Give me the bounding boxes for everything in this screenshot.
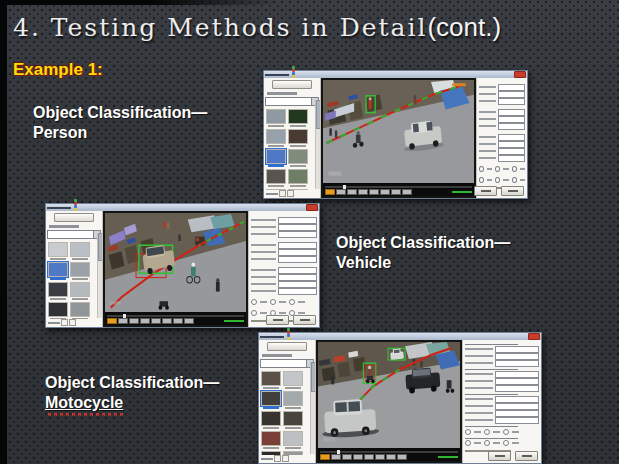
thumbnail-item[interactable]: [48, 302, 68, 319]
field-input[interactable]: [278, 288, 317, 295]
page-prev-button[interactable]: [279, 190, 286, 197]
radio-button[interactable]: [251, 310, 257, 316]
radio-button[interactable]: [484, 429, 490, 435]
close-icon[interactable]: [514, 71, 526, 78]
field-input[interactable]: [498, 141, 525, 148]
thumbnail-item[interactable]: [261, 411, 281, 429]
thumbnail-item[interactable]: [70, 262, 90, 280]
thumbnail-item[interactable]: [261, 371, 281, 389]
thumbnail-item[interactable]: [288, 109, 308, 127]
file-list-dropdown[interactable]: [265, 97, 319, 106]
video-frame[interactable]: [105, 213, 246, 312]
thumbnail-item[interactable]: [283, 431, 303, 449]
playback-button[interactable]: [331, 454, 341, 460]
thumbnail-item[interactable]: [288, 149, 308, 167]
playback-button[interactable]: [364, 454, 374, 460]
playback-button[interactable]: [118, 318, 128, 324]
thumbnail-item[interactable]: [261, 431, 281, 449]
field-input[interactable]: [498, 109, 525, 116]
timeline-slider[interactable]: [325, 186, 472, 188]
timeline-slider[interactable]: [107, 315, 244, 317]
radio-button[interactable]: [465, 429, 471, 435]
field-input[interactable]: [278, 224, 317, 231]
playback-button[interactable]: [184, 318, 194, 324]
field-input[interactable]: [278, 217, 317, 224]
field-input[interactable]: [498, 91, 525, 98]
radio-button[interactable]: [289, 299, 295, 305]
radio-button[interactable]: [251, 299, 257, 305]
field-input[interactable]: [498, 155, 525, 162]
pagination-bar[interactable]: [265, 190, 319, 197]
playback-button[interactable]: [386, 454, 396, 460]
page-prev-button[interactable]: [274, 455, 281, 462]
window-titlebar[interactable]: [259, 333, 541, 340]
thumbnail-item[interactable]: [70, 302, 90, 319]
playback-button[interactable]: [358, 189, 368, 195]
thumbnail-item[interactable]: [70, 242, 90, 260]
field-input[interactable]: [495, 353, 539, 360]
radio-button[interactable]: [495, 177, 500, 183]
thumbnail-item[interactable]: [48, 262, 68, 280]
radio-button[interactable]: [270, 299, 276, 305]
thumbnail-item[interactable]: [283, 411, 303, 429]
playback-button[interactable]: [353, 454, 363, 460]
thumbnail-item[interactable]: [48, 282, 68, 300]
field-input[interactable]: [498, 116, 525, 123]
choose-file-button[interactable]: [54, 213, 94, 222]
field-input[interactable]: [278, 242, 317, 249]
field-input[interactable]: [495, 360, 539, 367]
pagination-bar[interactable]: [47, 319, 101, 326]
thumbnail-item[interactable]: [288, 129, 308, 147]
scrollbar[interactable]: [315, 100, 320, 189]
thumbnail-item[interactable]: [266, 149, 286, 167]
close-icon[interactable]: [306, 204, 318, 211]
file-list-dropdown[interactable]: [47, 230, 101, 239]
thumbnail-item[interactable]: [266, 129, 286, 147]
field-input[interactable]: [278, 231, 317, 238]
field-input[interactable]: [278, 267, 317, 274]
field-input[interactable]: [498, 84, 525, 91]
thumbnail-item[interactable]: [48, 242, 68, 260]
field-input[interactable]: [278, 256, 317, 263]
video-frame[interactable]: [318, 342, 460, 448]
cancel-button[interactable]: [293, 315, 316, 325]
field-input[interactable]: [498, 123, 525, 130]
radio-button[interactable]: [512, 166, 517, 172]
scrollbar[interactable]: [310, 362, 315, 454]
field-input[interactable]: [495, 417, 539, 424]
field-input[interactable]: [498, 98, 525, 105]
playback-button[interactable]: [391, 189, 401, 195]
field-input[interactable]: [495, 396, 539, 403]
video-frame[interactable]: [323, 80, 474, 183]
page-next-button[interactable]: [69, 319, 76, 326]
field-input[interactable]: [278, 249, 317, 256]
radio-button[interactable]: [495, 166, 500, 172]
pagination-bar[interactable]: [260, 455, 314, 462]
radio-button[interactable]: [479, 166, 484, 172]
playback-button[interactable]: [369, 189, 379, 195]
thumbnail-item[interactable]: [266, 169, 286, 187]
thumbnail-item[interactable]: [261, 391, 281, 409]
playback-button[interactable]: [162, 318, 172, 324]
playback-button[interactable]: [320, 454, 330, 460]
playback-button[interactable]: [107, 318, 117, 324]
choose-file-button[interactable]: [272, 80, 312, 89]
radio-button[interactable]: [503, 440, 509, 446]
thumbnail-item[interactable]: [266, 109, 286, 127]
radio-button[interactable]: [465, 440, 471, 446]
ok-button[interactable]: [266, 315, 289, 325]
window-titlebar[interactable]: [46, 204, 319, 211]
file-list-dropdown[interactable]: [260, 359, 314, 368]
timeline-slider[interactable]: [320, 451, 458, 453]
page-prev-button[interactable]: [61, 319, 68, 326]
playback-button[interactable]: [336, 189, 346, 195]
playback-button[interactable]: [173, 318, 183, 324]
playback-button[interactable]: [151, 318, 161, 324]
scrollbar[interactable]: [97, 233, 102, 318]
field-input[interactable]: [278, 274, 317, 281]
playback-button[interactable]: [375, 454, 385, 460]
playback-button[interactable]: [347, 189, 357, 195]
window-titlebar[interactable]: [264, 71, 527, 78]
page-next-button[interactable]: [287, 190, 294, 197]
field-input[interactable]: [278, 281, 317, 288]
